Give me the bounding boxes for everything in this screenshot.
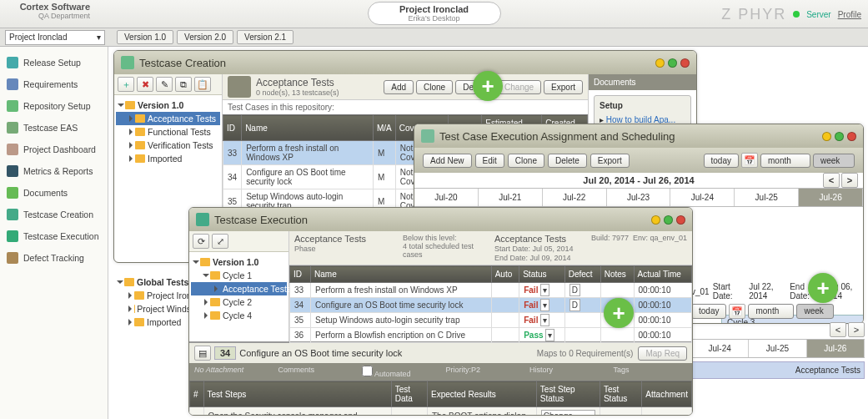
tree-root[interactable]: Version 1.0 <box>116 98 220 112</box>
day-cell[interactable]: Jul-25 <box>749 340 806 357</box>
sidebar-item[interactable]: Testcase Execution <box>0 225 108 247</box>
defect-badge[interactable]: D <box>569 299 580 311</box>
status-dropdown[interactable]: ▾ <box>545 329 554 341</box>
today-button[interactable]: today <box>704 154 739 168</box>
clone-button[interactable]: Clone <box>416 80 453 94</box>
next-week-button[interactable]: > <box>841 173 858 188</box>
minimize-icon[interactable] <box>655 58 665 68</box>
day-cell[interactable]: Jul-21 <box>479 189 543 206</box>
sidebar-item[interactable]: Release Setup <box>0 52 108 73</box>
day-cell[interactable]: Jul-25 <box>735 189 799 206</box>
col-header[interactable]: Test Data <box>391 381 427 407</box>
version-tab[interactable]: Version 2.0 <box>177 30 233 44</box>
minimize-icon[interactable] <box>822 132 831 141</box>
day-cell[interactable]: Jul-26 <box>799 189 863 206</box>
sidebar-item[interactable]: Defect Tracking <box>0 247 108 269</box>
tree-item[interactable]: Acceptance Tests <box>191 282 287 295</box>
sidebar-item[interactable]: Requirements <box>0 73 108 95</box>
prev-week-button[interactable]: < <box>823 173 840 188</box>
minimize-icon[interactable] <box>651 215 660 225</box>
col-header[interactable]: Defect <box>564 266 600 283</box>
day-cell[interactable]: Jul-23 <box>607 189 671 206</box>
close-icon[interactable] <box>847 132 856 141</box>
prev-button[interactable]: < <box>830 322 846 337</box>
col-header[interactable]: Test Status <box>600 381 641 407</box>
month-button[interactable]: month <box>760 154 810 168</box>
copy-node-button[interactable]: ⧉ <box>175 77 192 92</box>
day-cell[interactable]: Jul-20 <box>414 189 479 206</box>
add-overlay-button[interactable]: + <box>473 71 503 101</box>
week-button-2[interactable]: week <box>796 304 834 319</box>
day-cell[interactable]: Jul-26 <box>807 340 865 357</box>
version-tab[interactable]: Version 1.0 <box>117 30 173 44</box>
edit-button[interactable]: Edit <box>475 154 504 168</box>
expand-detail-icon[interactable]: ▤ <box>194 346 211 361</box>
tree-item[interactable]: Verification Tests <box>116 139 220 152</box>
tree-item[interactable]: Cycle 4 <box>191 309 287 322</box>
test-status-dropdown[interactable]: ▾ <box>605 415 637 416</box>
defect-badge[interactable]: D <box>569 284 580 296</box>
calendar-picker-icon[interactable]: 📅 <box>729 304 745 319</box>
sidebar-item[interactable]: Testcase EAS <box>0 117 108 139</box>
delete-node-button[interactable]: ✖ <box>137 77 153 92</box>
col-header[interactable]: Attachment <box>642 381 692 407</box>
day-cell[interactable]: Jul-22 <box>543 189 607 206</box>
edit-node-button[interactable]: ✎ <box>156 77 173 92</box>
calendar-picker-icon[interactable]: 📅 <box>741 153 758 168</box>
paste-node-button[interactable]: 📋 <box>194 77 211 92</box>
acceptance-bar[interactable]: Acceptance Tests <box>691 361 865 379</box>
close-icon[interactable] <box>676 215 685 225</box>
sidebar-item[interactable]: Metrics & Reports <box>0 160 108 182</box>
clone-button[interactable]: Clone <box>508 154 544 168</box>
col-header[interactable]: Expected Results <box>427 381 536 407</box>
table-row[interactable]: 36Perform a Blowfish encription on C Dri… <box>290 328 692 343</box>
add-cycle-overlay-button[interactable]: + <box>808 273 838 303</box>
maximize-icon[interactable] <box>664 215 673 225</box>
col-header[interactable]: ID <box>290 266 311 283</box>
addnew-button[interactable]: Add New <box>423 154 472 168</box>
refresh-button[interactable]: ⟳ <box>193 234 209 249</box>
server-label[interactable]: Server <box>806 10 830 19</box>
add-button[interactable]: Add <box>384 80 414 94</box>
maximize-icon[interactable] <box>668 58 677 68</box>
col-header[interactable]: Status <box>519 266 565 283</box>
exec-tree-root[interactable]: Version 1.0 <box>191 255 287 269</box>
col-header[interactable]: Name <box>242 115 374 141</box>
col-header[interactable]: # <box>190 381 204 407</box>
col-header[interactable]: Actual Time <box>634 266 691 283</box>
col-header[interactable]: Name <box>311 266 492 283</box>
tree-item[interactable]: Imported <box>116 152 220 165</box>
sidebar-item[interactable]: Documents <box>0 182 108 204</box>
tree-item[interactable]: Cycle 2 <box>191 295 287 309</box>
export-button[interactable]: Export <box>590 154 630 168</box>
status-dropdown[interactable]: ▾ <box>540 314 549 326</box>
col-header[interactable]: Auto <box>491 266 519 283</box>
sidebar-item[interactable]: Repository Setup <box>0 95 108 117</box>
expand-button[interactable]: ⤢ <box>212 234 228 249</box>
automated-checkbox[interactable] <box>362 366 373 376</box>
step-status-dropdown[interactable]: Change Status ▾ <box>541 410 595 416</box>
col-header[interactable]: Test Step Status <box>536 381 600 407</box>
project-pill[interactable]: Project Ironclad Erika's Desktop <box>368 2 501 25</box>
status-dropdown[interactable]: ▾ <box>540 284 549 296</box>
tree-item[interactable]: Acceptance Tests <box>116 112 220 125</box>
col-header[interactable]: ID <box>223 115 242 141</box>
close-icon[interactable] <box>680 58 690 68</box>
test-step-row[interactable]: 1 Open the Security console manager and … <box>190 407 692 416</box>
week-button[interactable]: week <box>813 154 855 168</box>
add-exec-overlay-button[interactable]: + <box>604 298 634 328</box>
sidebar-item[interactable]: Testcase Creation <box>0 204 108 225</box>
sidebar-item[interactable]: Project Dashboard <box>0 139 108 160</box>
maximize-icon[interactable] <box>835 132 844 141</box>
status-dropdown[interactable]: ▾ <box>540 299 549 311</box>
add-node-button[interactable]: ＋ <box>118 77 134 92</box>
next-button[interactable]: > <box>848 322 865 337</box>
table-row[interactable]: 33Perform a fresh install on Windows XPF… <box>290 283 692 298</box>
day-cell[interactable]: Jul-24 <box>670 189 735 206</box>
col-header[interactable]: Notes <box>600 266 634 283</box>
tree-item[interactable]: Functional Tests <box>116 125 220 139</box>
profile-link[interactable]: Profile <box>838 10 861 19</box>
export-button[interactable]: Export <box>544 80 583 94</box>
col-header[interactable]: M/A <box>373 115 395 141</box>
col-header[interactable]: Test Steps <box>203 381 391 407</box>
